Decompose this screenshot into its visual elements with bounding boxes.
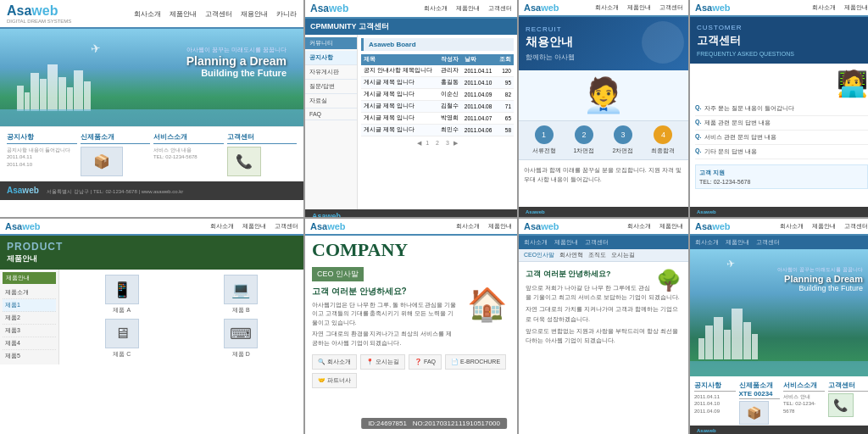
nav-kanira[interactable]: 카니라 [276, 9, 297, 19]
product-body: 제품안내 제품소개 제품1 제품2 제품3 제품4 제품5 📱 제품 A 💻 제… [0, 270, 303, 364]
nav2-1[interactable]: 회사소개 [424, 4, 448, 13]
menu-icon-1: 🔍 [318, 359, 326, 365]
nav5-1[interactable]: 회사소개 [210, 222, 234, 231]
cell-main-hero: Asaweb DIGITAL DREAM SYSTEMS 회사소개 제품안내 고… [0, 0, 303, 217]
product-side-2[interactable]: 제품1 [3, 299, 56, 312]
side-faq[interactable]: FAQ [305, 108, 357, 120]
table-row[interactable]: 게시글 제목 입니다 이순신 2011.04.09 82 [361, 89, 514, 101]
cell5-logo: Asaweb [5, 221, 41, 231]
faq-item-2: Q. 제품 관련 문의 답변 내용 [695, 116, 868, 131]
building [74, 70, 83, 111]
nav7-1[interactable]: 회사소개 [627, 222, 651, 231]
nav-recruit[interactable]: 재용안내 [241, 9, 268, 19]
product-side-6[interactable]: 제품5 [3, 350, 56, 362]
page-prev[interactable]: ◀ [417, 140, 421, 146]
nav8-bar-2[interactable]: 제품안내 [726, 238, 749, 247]
table-row[interactable]: 게시글 제목 입니다 김철수 2011.04.08 71 [361, 101, 514, 113]
product-sidebar: 제품안내 제품소개 제품1 제품2 제품3 제품4 제품5 [0, 270, 59, 364]
page-1[interactable]: 1 [426, 140, 429, 146]
city-buildings [17, 64, 91, 111]
hero2-line3: Building the Future [777, 284, 863, 292]
page-2[interactable]: 2 [436, 140, 439, 146]
table-row[interactable]: 게시글 제목 입니다 박영희 2011.04.07 65 [361, 113, 514, 125]
building2 [752, 334, 758, 359]
recruit-person-icon: 🧑‍💼 [582, 76, 625, 114]
nav4-2[interactable]: 제품안내 [844, 3, 868, 12]
side-qa[interactable]: 질문/답변 [305, 80, 357, 94]
nav-company[interactable]: 회사소개 [134, 9, 161, 19]
product-side-4[interactable]: 제품3 [3, 325, 56, 337]
product-item-4: ⌨ 제품 D [184, 319, 299, 359]
cell4-header: Asaweb 회사소개 제품안내 [690, 0, 868, 17]
nav6-2[interactable]: 제품안내 [488, 222, 512, 231]
cell8-hero: ✈ 아사웹이 꿈꾸는 미래도시를 꿈꿉니다 Planning a Dream B… [690, 249, 868, 376]
subnav7-2[interactable]: 제품안내 [554, 238, 578, 247]
nav8-2[interactable]: 제품안내 [812, 222, 836, 231]
cell-hero2: Asaweb 회사소개 제품안내 고객센터 회사소개 제품안내 고객센터 ✈ [690, 219, 868, 434]
cell2-footer: Asaweb [305, 209, 517, 217]
col-date: 날짜 [462, 54, 496, 65]
customer-icon: 📞 [227, 147, 261, 176]
nav4-1[interactable]: 회사소개 [812, 3, 836, 12]
product-side-3[interactable]: 제품2 [3, 312, 56, 325]
side-notice[interactable]: 공지사항 [305, 51, 357, 65]
product-side-1[interactable]: 제품소개 [3, 287, 56, 299]
table-row[interactable]: 게시글 제목 입니다 최민수 2011.04.06 58 [361, 125, 514, 136]
nav8-1[interactable]: 회사소개 [780, 222, 804, 231]
cell1-content-row: 공지사항 공지사항 내용이 들어갑니다2011.04.112011.04.10 … [0, 126, 303, 181]
nav3-1[interactable]: 회사소개 [595, 3, 619, 12]
customer-content: 🧑‍💻 Q. 자주 묻는 질문 내용이 들어갑니다 Q. 제품 관련 문의 답변… [690, 64, 868, 194]
menu-company-intro[interactable]: 🔍 회사소개 [312, 354, 357, 370]
side-board[interactable]: 자유게시판 [305, 65, 357, 80]
product-side-5[interactable]: 제품4 [3, 337, 56, 350]
page-next[interactable]: ▶ [453, 140, 458, 146]
page-3[interactable]: 3 [446, 140, 449, 146]
nav3-2[interactable]: 제품안내 [627, 3, 651, 12]
nav8-bar-3[interactable]: 고객센터 [756, 238, 780, 247]
nav5-3[interactable]: 고객센터 [275, 222, 298, 231]
faq4-q: Q. [695, 147, 701, 156]
nav2-2[interactable]: 제품안내 [456, 4, 480, 13]
nav2-3[interactable]: 고객센터 [488, 4, 512, 13]
subnav7-3[interactable]: 고객센터 [585, 238, 609, 247]
table-row[interactable]: 공지 안내사항 제목입니다 관리자 2011.04.11 120 [361, 65, 514, 77]
side-data[interactable]: 자료실 [305, 94, 357, 108]
nav-customer[interactable]: 고객센터 [205, 9, 232, 19]
menu-faq[interactable]: ❓ FAQ [409, 354, 442, 370]
nav3-3[interactable]: 고객센터 [659, 3, 683, 12]
nav7-2[interactable]: 제품안내 [659, 222, 683, 231]
hero2-line2: Planning a Dream [777, 274, 863, 284]
row6-date: 2011.04.06 [462, 125, 496, 136]
hero-text-block: 아사웹이 꿈꾸는 미래도시를 꿈꿉니다 Planning a Dream Bui… [186, 46, 287, 78]
nav8-3[interactable]: 고객센터 [844, 222, 868, 231]
faq2-a: 제품 관련 문의 답변 내용 [704, 119, 771, 127]
cell-community: Asaweb 회사소개 제품안내 고객센터 CPMMUNITY 고객센터 커뮤니… [305, 0, 517, 217]
menu-partner[interactable]: 🤝 파트너사 [312, 373, 357, 388]
subsubnav7-1[interactable]: CEO인사말 [524, 251, 554, 259]
col-views: 조회 [496, 54, 514, 65]
subsubnav7-3[interactable]: 조직도 [588, 251, 606, 259]
table-row[interactable]: 게시글 제목 입니다 홍길동 2011.04.10 95 [361, 77, 514, 89]
nav6-1[interactable]: 회사소개 [456, 222, 480, 231]
nav8-bar-1[interactable]: 회사소개 [695, 238, 719, 247]
about-text3: 앞으로도 변함없는 지원과 사랑을 부탁드리며 항상 최선을 다하는 아사웹 기… [526, 326, 682, 345]
nav-product[interactable]: 제품안내 [170, 9, 197, 19]
subnav7-1[interactable]: 회사소개 [524, 238, 548, 247]
section-customer: 고객센터 📞 [227, 132, 298, 176]
product4-icon: ⌨ [224, 319, 258, 348]
cell2-body: 커뮤니티 공지사항 자유게시판 질문/답변 자료실 FAQ Asaweb Boa… [305, 35, 517, 209]
subsubnav7-4[interactable]: 오시는길 [611, 251, 635, 259]
subsubnav7-2[interactable]: 회사연혁 [559, 251, 583, 259]
cell8-section-2: 신제품소개 XTE 00234 📦 [739, 381, 781, 425]
cell8-sec3-title: 서비스소개 [783, 381, 825, 392]
menu-directions[interactable]: 📍 오시는길 [360, 354, 405, 370]
row4-author: 김철수 [438, 101, 462, 113]
city-buildings2 [698, 309, 758, 359]
footer-address: 서울특별시 강남구 | TEL: 02-1234-5678 | www.asaw… [47, 189, 183, 194]
about-content: 🌳 고객 여러분 안녕하세요? 앞으로 저희가 나아갈 단 나무 한 그루에도 … [519, 262, 688, 352]
cell8-nav: 회사소개 제품안내 고객센터 [780, 222, 868, 231]
cell-recruit: Asaweb 회사소개 제품안내 고객센터 RECRUIT 채용안내 함께하는 … [519, 0, 688, 217]
cell8-sec1-title: 공지사항 [694, 381, 736, 392]
nav5-2[interactable]: 제품안내 [242, 222, 266, 231]
menu-brochure[interactable]: 📄 E-BROCHURE [445, 354, 506, 370]
